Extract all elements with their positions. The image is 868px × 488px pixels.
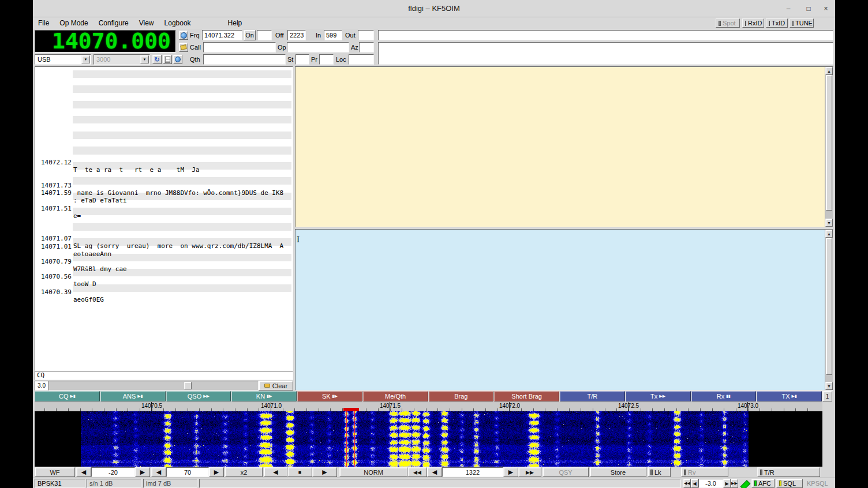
freq-fast-up-button[interactable]: ▶▶ xyxy=(518,467,541,477)
macro-button-kn[interactable]: KN▮▶ xyxy=(231,391,297,401)
browser-line[interactable]: 14071.59 : eTaD eTaTati xyxy=(35,182,291,189)
macro-bank-button[interactable]: 1 xyxy=(822,391,832,401)
loc-label: Loc xyxy=(336,54,346,65)
store-button[interactable]: Store xyxy=(590,467,646,477)
sql-toggle[interactable]: SQL xyxy=(776,479,803,488)
rst-out-input[interactable] xyxy=(358,30,374,40)
ref-up-button[interactable]: ▶ xyxy=(135,467,150,477)
browser-tx-line[interactable]: CQ xyxy=(35,371,293,380)
menu-view[interactable]: View xyxy=(134,17,159,29)
macro-button-ans[interactable]: ANS▶▮ xyxy=(100,391,166,401)
waterfall-scale[interactable]: 14070.5 14071.0 14071.5 14072.0 14072.5 … xyxy=(35,402,822,411)
log-frequency-input[interactable] xyxy=(202,30,242,40)
browser-clear-button[interactable]: Clear xyxy=(259,381,293,391)
rst-in-input[interactable] xyxy=(324,30,342,40)
loc-input[interactable] xyxy=(349,54,374,65)
menu-file[interactable]: File xyxy=(33,17,54,29)
macro-button-tx2[interactable]: TX▶▮ xyxy=(757,391,822,401)
qso-notes-main-input[interactable] xyxy=(378,42,833,65)
browser-line[interactable]: 14070.79 W7RšBl dmy cae xyxy=(35,250,291,258)
signal-browser[interactable]: 14072.12 T te a ra t rt e a tM Ja 14071.… xyxy=(35,66,293,371)
wf-speed-button[interactable]: NORM xyxy=(339,467,407,477)
scroll-up-icon[interactable]: ▲ xyxy=(825,67,833,75)
restore-defaults-button[interactable]: ↻ xyxy=(152,55,162,64)
az-input[interactable] xyxy=(359,42,374,52)
tx-scrollbar[interactable]: ▲ ▼ xyxy=(825,230,833,390)
scroll-right-button[interactable]: ▶ xyxy=(312,467,337,477)
scroll-down-icon[interactable]: ▼ xyxy=(825,382,833,390)
menu-logbook[interactable]: Logbook xyxy=(159,17,196,29)
txrx-toggle[interactable]: T/R xyxy=(757,467,820,477)
qrz-lookup-button[interactable] xyxy=(179,31,188,40)
slider-handle[interactable] xyxy=(184,382,192,389)
macro-button-tr[interactable]: T/R xyxy=(560,391,625,401)
time-off-input[interactable] xyxy=(287,30,306,40)
freq-fast-down-button[interactable]: ◀◀ xyxy=(407,467,427,477)
range-up-button[interactable]: ▶ xyxy=(209,467,224,477)
macro-button-brag[interactable]: Brag xyxy=(429,391,494,401)
menu-op-mode[interactable]: Op Mode xyxy=(54,17,93,29)
macro-button-me-qth[interactable]: Me/Qth xyxy=(363,391,428,401)
mode-status-button[interactable]: BPSK31 xyxy=(35,479,85,488)
browser-line[interactable]: 14072.12 T te a ra t rt e a tM Ja xyxy=(35,151,291,159)
browser-line[interactable]: 14070.39 aeoGf0EG xyxy=(35,281,291,288)
macro-button-rx[interactable]: Rx▮▮ xyxy=(691,391,757,401)
scroll-up-icon[interactable]: ▲ xyxy=(825,230,833,238)
tune-toggle[interactable]: TUNE xyxy=(790,18,814,28)
edit-entry-button[interactable] xyxy=(179,43,188,52)
browser-line[interactable]: 14071.73 name is Giovanni mrno JM88DVfo:… xyxy=(35,174,291,182)
tx-text-panel[interactable]: I ▲ ▼ xyxy=(295,229,833,391)
call-input[interactable] xyxy=(203,42,276,52)
chevron-down-icon[interactable]: ▼ xyxy=(81,55,90,63)
close-button[interactable]: × xyxy=(820,3,832,14)
zoom-button[interactable]: x2 xyxy=(225,467,263,477)
afc-toggle[interactable]: AFC xyxy=(751,479,775,488)
freq-up-button[interactable]: ▶ xyxy=(503,467,518,477)
maximize-button[interactable]: □ xyxy=(802,3,815,14)
macro-button-sk[interactable]: SK▮▶ xyxy=(297,391,362,401)
browser-line[interactable]: 14071.51 e= xyxy=(35,197,291,205)
atten-down-button[interactable]: ◀ xyxy=(691,479,698,488)
browser-line[interactable]: 14070.56 tooW D xyxy=(35,265,291,273)
mode-select[interactable]: USB ▼ xyxy=(35,54,91,65)
qth-label: Qth xyxy=(190,54,200,65)
center-stop-button[interactable]: ■ xyxy=(287,467,312,477)
txid-toggle[interactable]: TxID xyxy=(766,18,788,28)
freq-down-button[interactable]: ◀ xyxy=(427,467,442,477)
rx-scrollbar[interactable]: ▲ ▼ xyxy=(825,67,833,227)
macro-button-qso[interactable]: QSO▶▶ xyxy=(166,391,231,401)
pr-input[interactable] xyxy=(319,54,334,65)
ref-down-button[interactable]: ◀ xyxy=(76,467,91,477)
range-down-button[interactable]: ◀ xyxy=(151,467,166,477)
menu-configure[interactable]: Configure xyxy=(93,17,134,29)
atten-up-button[interactable]: ▶ xyxy=(723,479,731,488)
scrollbar-thumb[interactable] xyxy=(826,75,832,211)
qth-input[interactable] xyxy=(203,54,286,65)
browser-squelch-slider[interactable] xyxy=(48,381,259,391)
st-input[interactable] xyxy=(295,54,309,65)
atten-fast-up-button[interactable]: ▶▶ xyxy=(731,479,738,488)
waterfall-display[interactable] xyxy=(35,411,822,467)
time-on-button[interactable]: On xyxy=(244,30,256,40)
menu-help[interactable]: Help xyxy=(223,17,248,29)
qso-notes-top-input[interactable] xyxy=(378,30,833,40)
lock-toggle[interactable]: Lk xyxy=(648,467,671,477)
minimize-button[interactable]: – xyxy=(782,3,795,14)
scroll-down-icon[interactable]: ▼ xyxy=(825,219,833,227)
macro-button-cq[interactable]: CQ▶▮ xyxy=(35,391,100,401)
time-on-input[interactable] xyxy=(257,30,272,40)
scrollbar-thumb[interactable] xyxy=(826,238,832,375)
rxid-toggle[interactable]: RxID xyxy=(742,18,764,28)
country-lookup-button[interactable] xyxy=(173,55,182,64)
rx-text-panel[interactable]: ▲ ▼ xyxy=(295,66,833,227)
atten-fast-down-button[interactable]: ◀◀ xyxy=(683,479,691,488)
log-view-button[interactable] xyxy=(163,55,172,64)
wf-mode-button[interactable]: WF xyxy=(35,467,75,477)
macro-button-tx[interactable]: Tx▶▶ xyxy=(626,391,691,401)
scroll-left-button[interactable]: ◀ xyxy=(264,467,287,477)
op-input[interactable] xyxy=(287,42,349,52)
browser-line[interactable]: 14071.07 SL ag (sorry ureau) more on www… xyxy=(35,227,291,235)
macro-button-short-brag[interactable]: Short Brag xyxy=(494,391,559,401)
frequency-display[interactable]: 14070.000 xyxy=(35,30,176,52)
browser-line[interactable]: 14071.01 eotoaeeAnn xyxy=(35,235,291,243)
